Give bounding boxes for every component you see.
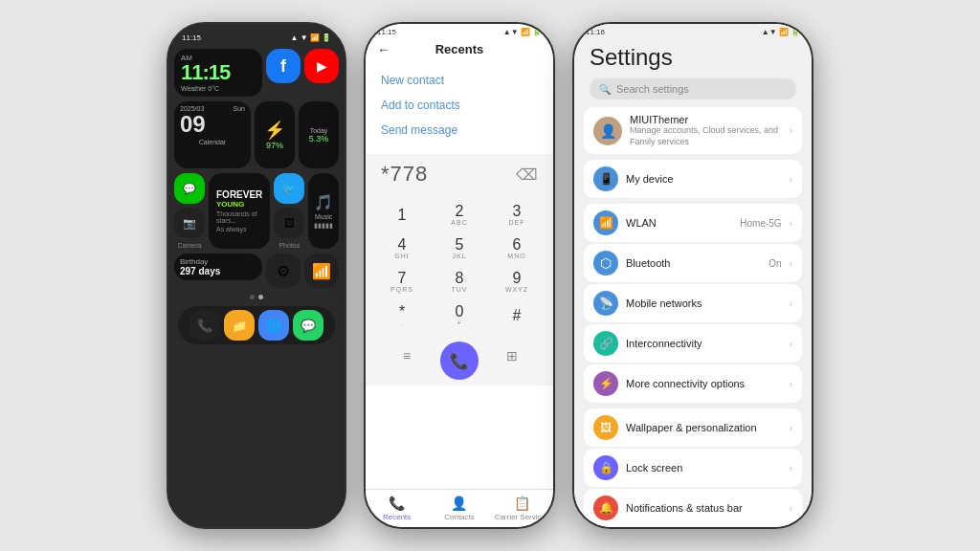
youtube-icon[interactable]: ▶ xyxy=(304,49,339,83)
banner-desc2: As always xyxy=(216,226,262,232)
battery-widget[interactable]: ⚡ 97% xyxy=(255,101,295,168)
settings-item-my-device[interactable]: 📱 My device › xyxy=(584,160,802,198)
interconnectivity-label: Interconnectivity xyxy=(626,338,782,349)
search-icon: 🔍 xyxy=(599,84,611,95)
twitter-icon[interactable]: 🐦 xyxy=(274,173,304,204)
dialer-signal: ▲▼ 📶 🔋 xyxy=(503,28,542,36)
settings-item-mobile-networks[interactable]: 📡 Mobile networks › xyxy=(584,284,802,322)
today-label: Today xyxy=(310,127,328,134)
settings-item-wallpaper[interactable]: 🖼 Wallpaper & personalization › xyxy=(584,408,802,447)
settings-item-bluetooth[interactable]: ⬡ Bluetooth On › xyxy=(584,244,802,282)
settings-time: 11:16 xyxy=(586,28,605,36)
contacts-tab-icon: 👤 xyxy=(451,496,467,511)
notifications-chevron: › xyxy=(790,503,792,514)
settings-page-title: Settings xyxy=(590,44,796,71)
key-hash[interactable]: # xyxy=(488,298,546,332)
key-0[interactable]: 0+ xyxy=(431,298,488,332)
status-bar-settings: 11:16 ▲▼ 📶 🔋 xyxy=(574,24,812,38)
birthday-widget[interactable]: Birthday 297 days xyxy=(174,253,262,280)
facebook-icon[interactable]: f xyxy=(266,49,301,83)
dialer-tabs: 📞 Recents 👤 Contacts 📋 Carrier Services xyxy=(366,489,553,527)
dialed-number: *778 xyxy=(381,162,428,187)
dialer-screen: 11:15 ▲▼ 📶 🔋 ← Recents New contact Add t… xyxy=(366,24,553,527)
bluetooth-value: On xyxy=(768,258,781,269)
carrier-tab-label: Carrier Services xyxy=(495,513,549,521)
cal-day: 09 xyxy=(180,112,245,137)
bluetooth-chevron: › xyxy=(790,258,792,269)
settings-item-more-connectivity[interactable]: ⚡ More connectivity options › xyxy=(584,364,802,403)
banner-sub: YOUNG xyxy=(216,200,262,209)
dialpad-menu-button[interactable]: ≡ xyxy=(392,342,421,370)
photos-icon[interactable]: 🖼 xyxy=(274,208,304,238)
settings-list: 👤 MIUIThemer Manage accounts, Cloud serv… xyxy=(574,107,812,527)
dock-files-icon[interactable]: 📁 xyxy=(224,310,255,341)
wallpaper-text: Wallpaper & personalization xyxy=(626,422,782,433)
dock-messages-icon[interactable]: 💬 xyxy=(293,310,323,341)
search-bar[interactable]: 🔍 Search settings xyxy=(590,78,796,99)
profile-name: MIUIThemer xyxy=(630,114,782,125)
key-6[interactable]: 6MNO xyxy=(488,231,546,265)
call-button[interactable]: 📞 xyxy=(440,342,479,380)
contacts-tab-label: Contacts xyxy=(444,513,475,521)
key-8[interactable]: 8TUV xyxy=(431,265,488,298)
music-widget[interactable]: 🎵 Music ▮▮▮▮▮ xyxy=(308,173,339,249)
tab-recents[interactable]: 📞 Recents xyxy=(366,490,428,527)
key-7[interactable]: 7PQRS xyxy=(373,265,431,298)
banner-desc1: Thousands of stars... xyxy=(216,210,262,224)
key-star[interactable]: *. xyxy=(373,298,431,332)
mobile-networks-label: Mobile networks xyxy=(626,298,782,309)
today-widget[interactable]: Today 5.3% xyxy=(299,101,339,168)
key-3[interactable]: 3DEF xyxy=(488,198,546,231)
wallpaper-icon: 🖼 xyxy=(593,415,618,440)
notifications-text: Notifications & status bar xyxy=(626,502,782,514)
settings-app-icon[interactable]: ⚙ xyxy=(266,253,301,288)
tab-carrier[interactable]: 📋 Carrier Services xyxy=(491,490,553,527)
dialpad-grid-button[interactable]: ⊞ xyxy=(498,342,526,370)
wlan-label: WLAN xyxy=(626,217,732,229)
clock-time: 11:15 xyxy=(181,62,256,83)
more-connectivity-icon: ⚡ xyxy=(593,371,618,396)
dock-phone-icon[interactable]: 📞 xyxy=(189,310,220,341)
tab-contacts[interactable]: 👤 Contacts xyxy=(428,490,490,527)
dialer-title: Recents xyxy=(435,42,484,56)
clock-widget[interactable]: AM 11:15 Weather 0°C xyxy=(174,49,262,97)
settings-item-lock-screen[interactable]: 🔒 Lock screen › xyxy=(584,449,802,487)
camera-label: Camera xyxy=(174,242,205,249)
key-9[interactable]: 9WXYZ xyxy=(488,265,546,298)
calendar-widget[interactable]: 2025/03 Sun 09 Calendar xyxy=(174,101,251,168)
backspace-button[interactable]: ⌫ xyxy=(516,165,538,184)
wlan-value: Home-5G xyxy=(740,218,781,229)
lock-screen-icon: 🔒 xyxy=(593,455,618,480)
bluetooth-label: Bluetooth xyxy=(626,257,761,269)
key-1[interactable]: 1 xyxy=(373,198,431,231)
settings-item-wlan[interactable]: 📶 WLAN Home-5G › xyxy=(584,204,802,242)
new-contact-button[interactable]: New contact xyxy=(381,68,538,93)
send-message-button[interactable]: Send message xyxy=(381,118,538,143)
dialer-actions: ≡ 📞 ⊞ xyxy=(366,336,553,386)
settings-screen: 11:16 ▲▼ 📶 🔋 Settings 🔍 Search settings … xyxy=(574,24,812,527)
battery-pct: 97% xyxy=(266,141,283,150)
dialer-time: 11:15 xyxy=(377,28,396,36)
more-connectivity-label: More connectivity options xyxy=(626,378,782,389)
back-button[interactable]: ← xyxy=(377,42,390,57)
banner-widget[interactable]: FOREVER YOUNG Thousands of stars... As a… xyxy=(209,173,270,249)
settings-item-interconnectivity[interactable]: 🔗 Interconnectivity › xyxy=(584,324,802,363)
dock-chrome-icon[interactable]: 🌐 xyxy=(258,310,289,341)
key-2[interactable]: 2ABC xyxy=(431,198,488,231)
profile-item[interactable]: 👤 MIUIThemer Manage accounts, Cloud serv… xyxy=(584,107,802,154)
birthday-days: 297 days xyxy=(180,266,256,276)
my-device-label: My device xyxy=(626,173,782,185)
add-to-contacts-button[interactable]: Add to contacts xyxy=(381,93,538,118)
key-4[interactable]: 4GHI xyxy=(373,231,431,265)
dot-2 xyxy=(258,295,263,299)
notifications-label: Notifications & status bar xyxy=(626,502,782,514)
avatar: 👤 xyxy=(593,117,622,145)
settings-item-notifications[interactable]: 🔔 Notifications & status bar › xyxy=(584,489,802,527)
line-icon[interactable]: 💬 xyxy=(174,173,205,204)
number-display: *778 ⌫ xyxy=(366,154,553,194)
camera-icon[interactable]: 📷 xyxy=(174,208,205,238)
wifi-icon[interactable]: 📶 xyxy=(304,253,339,288)
home-time: 11:15 xyxy=(182,33,201,42)
lock-screen-label: Lock screen xyxy=(626,462,782,474)
key-5[interactable]: 5JKL xyxy=(431,231,488,265)
